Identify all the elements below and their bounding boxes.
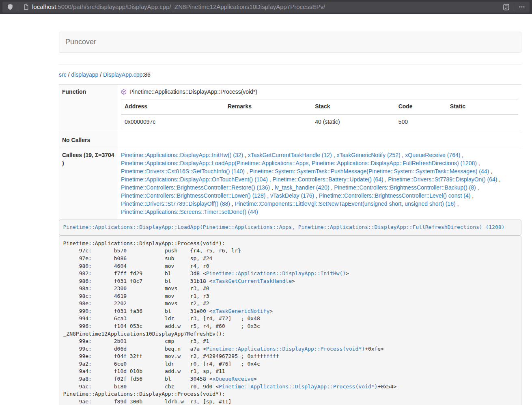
callee-link[interactable]: Pinetime::Controllers::Battery::Update()… [273, 176, 383, 183]
callee-link[interactable]: xTaskGenericNotify (252) [336, 152, 400, 158]
address-value: 0x0000097c [121, 114, 224, 129]
function-stats-row: 0x0000097c 40 (static) 500 [121, 114, 519, 129]
page-icon[interactable] [22, 2, 30, 11]
col-header-address: Address [121, 99, 224, 114]
assembly-symbol-link[interactable]: Pinetime::Applications::DisplayApp::Proc… [206, 346, 365, 352]
callee-link[interactable]: vTaskDelay (176) [270, 192, 314, 199]
callee-link[interactable]: Pinetime::Controllers::BrightnessControl… [121, 192, 265, 199]
assembly-symbol-link[interactable]: xQueueReceive [212, 376, 254, 382]
col-header-static: Static [447, 99, 518, 114]
callee-link[interactable]: Pinetime::Applications::DisplayApp::OnTo… [121, 176, 268, 183]
callee-link[interactable]: Pinetime::Drivers::Cst816S::GetTouchInfo… [121, 168, 245, 174]
shield-icon[interactable] [6, 2, 15, 11]
no-callers-row: No Callers [59, 133, 521, 148]
snippet-box: Pinetime::Applications::DisplayApp::Load… [59, 220, 521, 236]
function-name-row: Pinetime::Applications::DisplayApp::Proc… [121, 88, 518, 96]
remarks-value [224, 114, 312, 129]
url-text: localhost:5000/path/src/displayapp/Displ… [32, 2, 502, 11]
callee-link[interactable]: Pinetime::Controllers::BrightnessControl… [121, 184, 270, 191]
callees-cell: Pinetime::Applications::DisplayApp::Init… [118, 148, 521, 219]
col-header-stack: Stack [312, 99, 395, 114]
reader-view-icon[interactable] [502, 2, 510, 11]
callee-link[interactable]: Pinetime::Controllers::BrightnessControl… [334, 184, 476, 191]
callee-link[interactable]: xTaskGetCurrentTaskHandle (12) [248, 152, 332, 158]
function-label: Function [59, 84, 118, 133]
function-table: Function Pinetime::Applications::Display… [59, 84, 521, 220]
callee-link[interactable]: lv_task_handler (420) [275, 184, 330, 191]
assembly-symbol-link[interactable]: Pinetime::Applications::DisplayApp::Init… [206, 270, 346, 276]
callee-link[interactable]: xQueueReceive (764) [405, 152, 460, 158]
function-name: Pinetime::Applications::DisplayApp::Proc… [129, 88, 257, 96]
function-row: Function Pinetime::Applications::Display… [59, 84, 521, 133]
function-stats-table: Address Remarks Stack Code Static 0x0000… [121, 99, 518, 129]
code-value: 500 [395, 114, 447, 129]
breadcrumb-link[interactable]: displayapp [71, 71, 98, 78]
callees-label: Callees (19, Σ=3704 ) [59, 148, 118, 219]
assembly-symbol-link[interactable]: Pinetime::Applications::DisplayApp::Proc… [219, 383, 377, 390]
assembly-symbol-link[interactable]: xTaskGetCurrentTaskHandle [212, 278, 292, 284]
callees-row: Callees (19, Σ=3704 ) Pinetime::Applicat… [59, 148, 521, 219]
page-actions-icon[interactable] [517, 2, 526, 11]
callee-link[interactable]: Pinetime::Applications::Screens::Timer::… [121, 209, 258, 215]
breadcrumb: src / displayapp / DisplayApp.cpp:86 [59, 71, 521, 79]
url-bar-divider [514, 4, 514, 11]
breadcrumb-line-number: :86 [142, 71, 150, 78]
callee-link[interactable]: Pinetime::Applications::DisplayApp::Load… [121, 160, 477, 166]
callee-link[interactable]: Pinetime::System::SystemTask::PushMessag… [250, 168, 489, 174]
breadcrumb-link[interactable]: DisplayApp.cpp [103, 71, 142, 78]
url-bar[interactable]: localhost:5000/path/src/displayapp/Displ… [2, 2, 530, 13]
col-header-code: Code [395, 99, 447, 114]
url-bar-divider [18, 4, 18, 11]
no-callers-label: No Callers [59, 133, 118, 148]
callee-link[interactable]: Pinetime::Applications::DisplayApp::Init… [121, 152, 243, 158]
callee-link[interactable]: Pinetime::Drivers::St7789::DisplayOff() … [121, 200, 230, 207]
cube-icon [121, 89, 127, 95]
breadcrumb-link[interactable]: src [59, 71, 67, 78]
callee-link[interactable]: Pinetime::Drivers::St7789::DisplayOn() (… [388, 176, 497, 183]
assembly-symbol-link[interactable]: xTaskGenericNotify [212, 308, 269, 314]
assembly-box: Pinetime::Applications::DisplayApp::Proc… [59, 235, 521, 405]
stack-value: 40 (static) [312, 114, 395, 129]
col-header-remarks: Remarks [224, 99, 312, 114]
callee-link[interactable]: Pinetime::Components::LittleVgl::SetNewT… [235, 200, 456, 207]
content-container: Puncover src / displayapp / DisplayApp.c… [59, 32, 521, 405]
navbar: Puncover [59, 32, 521, 53]
breadcrumb-separator: / [98, 71, 103, 78]
browser-toolbar: localhost:5000/path/src/displayapp/Displ… [0, 0, 532, 14]
url-path: :5000/path/src/displayapp/DisplayApp.cpp… [56, 3, 325, 10]
static-value [447, 114, 518, 129]
breadcrumb-separator: / [67, 71, 71, 78]
brand-link[interactable]: Puncover [59, 37, 102, 47]
callee-link[interactable]: Pinetime::Controllers::BrightnessControl… [319, 192, 470, 199]
url-host: localhost [32, 3, 56, 10]
snippet-link[interactable]: Pinetime::Applications::DisplayApp::Load… [63, 224, 505, 230]
divider [59, 64, 521, 65]
